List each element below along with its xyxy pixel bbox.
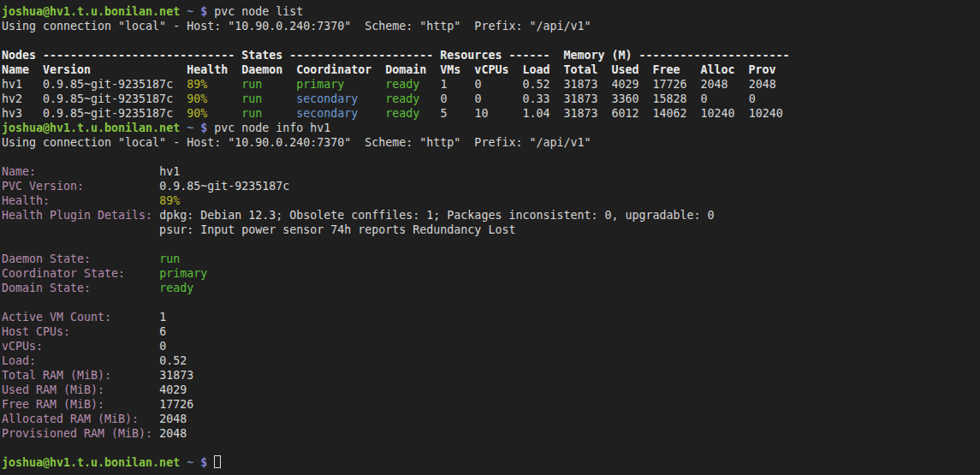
domain-state: ready: [358, 107, 419, 120]
info-value: primary: [159, 267, 207, 280]
info-label: Coordinator State:: [2, 267, 159, 280]
info-value: 1: [159, 311, 166, 324]
terminal-cursor: [214, 455, 221, 468]
info-label: Active VM Count:: [2, 311, 159, 324]
terminal-window[interactable]: joshua@hv1.t.u.bonilan.net ~ $ pvc node …: [0, 0, 980, 475]
daemon-state: run: [207, 107, 262, 120]
health-value: 89%: [187, 78, 207, 91]
connection-status-line: Using connection "local" - Host: "10.90.…: [2, 20, 591, 33]
domain-state: ready: [358, 92, 419, 105]
coordinator-state: primary: [262, 78, 344, 91]
command-pvc-node-list: pvc node list: [207, 5, 303, 18]
coordinator-state: secondary: [262, 92, 358, 105]
info-value: 31873: [159, 369, 193, 382]
prompt-user-host: joshua@hv1.t.u.bonilan.net: [2, 456, 180, 469]
node-name-version: hv2 0.9.85~git-9235187c: [2, 92, 187, 105]
info-value: run: [159, 252, 180, 265]
node-name-version: hv3 0.9.85~git-9235187c: [2, 107, 187, 120]
info-value: 0.52: [159, 354, 187, 367]
info-value: dpkg: Debian 12.3; Obsolete conffiles: 1…: [159, 209, 714, 222]
info-label: PVC Version:: [2, 180, 159, 193]
info-label: Health Plugin Details:: [2, 209, 159, 222]
info-label: Provisioned RAM (MiB):: [2, 427, 159, 440]
info-value: 6: [159, 325, 166, 338]
command-pvc-node-info: pvc node info hv1: [207, 122, 330, 134]
table-group-header: Nodes ---------------------------- State…: [2, 49, 790, 62]
info-label: Domain State:: [2, 282, 159, 294]
info-value: 17726: [159, 398, 193, 411]
health-value: 90%: [187, 107, 207, 120]
connection-status-line: Using connection "local" - Host: "10.90.…: [2, 136, 591, 149]
daemon-state: run: [207, 92, 262, 105]
info-label: Total RAM (MiB):: [2, 369, 159, 382]
info-label: Load:: [2, 354, 159, 367]
info-value: 4029: [159, 383, 187, 396]
health-value: 90%: [187, 92, 207, 105]
prompt-cwd: ~: [180, 122, 193, 134]
resource-values: 1 0 0.52 31873 4029 17726 2048 2048: [419, 78, 775, 91]
info-value: 2048: [159, 427, 187, 440]
info-label: Host CPUs:: [2, 325, 159, 338]
info-label: Free RAM (MiB):: [2, 398, 159, 411]
resource-values: 0 0 0.33 31873 3360 15828 0 0: [419, 92, 755, 105]
table-column-header: Name Version Health Daemon Coordinator D…: [2, 63, 776, 76]
terminal-output: joshua@hv1.t.u.bonilan.net ~ $ pvc node …: [0, 0, 980, 470]
info-value: 89%: [159, 194, 180, 207]
node-name-version: hv1 0.9.85~git-9235187c: [2, 78, 187, 91]
prompt-user-host: joshua@hv1.t.u.bonilan.net: [2, 5, 180, 18]
domain-state: ready: [344, 78, 419, 91]
info-label: vCPUs:: [2, 340, 159, 353]
prompt-space: [207, 456, 214, 469]
info-label: Health:: [2, 194, 159, 207]
info-value: hv1: [159, 165, 180, 178]
info-label: Name:: [2, 165, 159, 178]
prompt-cwd: ~: [180, 456, 193, 469]
resource-values: 5 10 1.04 31873 6012 14062 10240 10240: [419, 107, 782, 120]
info-label: Used RAM (MiB):: [2, 383, 159, 396]
info-value: 0: [159, 340, 166, 353]
info-label: Daemon State:: [2, 252, 159, 265]
prompt-symbol: $: [193, 122, 207, 134]
info-value-continuation: psur: Input power sensor 74h reports Red…: [2, 223, 515, 236]
prompt-symbol: $: [193, 5, 207, 18]
prompt-cwd: ~: [180, 5, 193, 18]
info-value: 0.9.85~git-9235187c: [159, 180, 289, 193]
daemon-state: run: [207, 78, 262, 91]
coordinator-state: secondary: [262, 107, 358, 120]
info-value: 2048: [159, 413, 187, 425]
prompt-user-host: joshua@hv1.t.u.bonilan.net: [2, 122, 180, 134]
info-value: ready: [159, 282, 193, 294]
prompt-symbol: $: [193, 456, 207, 469]
info-label: Allocated RAM (MiB):: [2, 413, 159, 425]
